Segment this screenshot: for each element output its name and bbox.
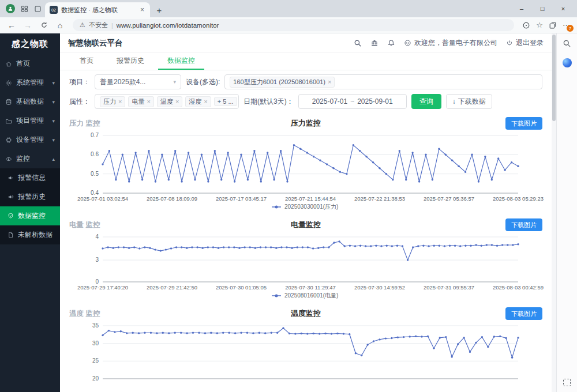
forward-button[interactable]: →: [21, 18, 35, 32]
svg-text:2025-07-21 15:44:54: 2025-07-21 15:44:54: [285, 195, 336, 202]
pressure-chart-canvas: 0.40.50.60.72025-07-01 03:02:542025-07-0…: [69, 131, 542, 214]
page-scrollbar[interactable]: [552, 33, 556, 392]
svg-text:35: 35: [92, 322, 99, 329]
welcome-user[interactable]: 欢迎您，普量电子有限公司: [404, 38, 497, 48]
scrollbar-thumb[interactable]: [552, 35, 556, 121]
chevron-down-icon: ▾: [52, 137, 55, 143]
date-label: 日期(默认3天)：: [243, 97, 294, 107]
download-data-button[interactable]: ↓ 下载数据: [446, 94, 492, 109]
query-button[interactable]: 查询: [411, 94, 441, 109]
svg-text:2025-07-08 18:09:09: 2025-07-08 18:09:09: [147, 195, 197, 202]
minimize-button[interactable]: –: [511, 0, 532, 17]
reader-icon[interactable]: [522, 21, 530, 29]
chevron-down-icon: ▾: [52, 80, 55, 86]
svg-text:2025-07-31 09:55:37: 2025-07-31 09:55:37: [424, 284, 474, 291]
gear-icon: [5, 80, 12, 86]
chart-title: 温度监控: [291, 308, 321, 319]
main-content: 智慧物联云平台 欢迎您，普量电子有限公司: [60, 33, 552, 392]
organization-icon[interactable]: [370, 39, 379, 47]
browser-tab[interactable]: 02 数据监控 · 感之物联 ×: [45, 2, 150, 17]
svg-text:202508016001(电量): 202508016001(电量): [284, 292, 338, 299]
download-image-button[interactable]: 下载图片: [505, 218, 542, 231]
remove-tag-icon[interactable]: ×: [118, 98, 122, 105]
tab-home[interactable]: 首页: [70, 53, 103, 70]
tab-alarm-history[interactable]: 报警历史: [107, 53, 153, 70]
sidebar-item-alarm-history[interactable]: 报警历史: [0, 187, 60, 206]
svg-text:25: 25: [92, 357, 99, 364]
address-bar[interactable]: ⚠ 不安全 | www.puliangiot.com/iotdatamonito…: [73, 19, 514, 31]
remove-tag-icon[interactable]: ×: [147, 98, 150, 105]
eye-icon: [5, 156, 12, 163]
section-label: 温度 监控: [69, 309, 100, 319]
toolbar-right-icons: ☆ ⋯ 7: [520, 21, 572, 29]
maximize-button[interactable]: □: [532, 0, 553, 17]
sidebar-item-data-monitor[interactable]: 数据监控: [0, 206, 60, 225]
search-icon[interactable]: [354, 39, 362, 47]
logout-button[interactable]: 退出登录: [506, 38, 544, 48]
svg-text:3: 3: [95, 257, 99, 263]
collections-icon[interactable]: [549, 21, 557, 29]
close-button[interactable]: ×: [553, 0, 574, 17]
project-select[interactable]: 普量2025款4... ▾: [95, 74, 181, 89]
app-sidebar: 感之物联 首页 系统管理 ▾ 基础数据 ▾ 项目管理 ▾: [0, 33, 60, 392]
svg-text:2025-07-30 01:05:05: 2025-07-30 01:05:05: [216, 284, 267, 291]
home-icon: [5, 61, 12, 67]
tab-actions-icon[interactable]: [34, 5, 42, 13]
security-warning-icon: ⚠: [80, 21, 85, 29]
settings-ellipsis-icon[interactable]: ⋯ 7: [563, 21, 570, 29]
refresh-button[interactable]: [37, 18, 51, 32]
date-separator: ~: [350, 97, 354, 105]
workspaces-grid-icon[interactable]: [21, 5, 28, 13]
chart-title: 电量监控: [291, 220, 321, 230]
attribute-multiselect[interactable]: 压力× 电量× 温度× 湿度× + 5 ...: [95, 94, 239, 109]
chart-title: 压力监控: [291, 118, 321, 129]
attr-tag: 压力×: [100, 96, 125, 107]
tab-data-monitor[interactable]: 数据监控: [158, 53, 204, 70]
document-icon: [8, 232, 14, 238]
app-logo: 感之物联: [0, 33, 60, 54]
folder-icon: [5, 118, 12, 125]
screenshot-tool-icon[interactable]: [563, 379, 571, 386]
download-image-button[interactable]: 下载图片: [505, 307, 542, 320]
sidebar-item-project[interactable]: 项目管理 ▾: [0, 111, 60, 130]
sidebar-item-system[interactable]: 系统管理 ▾: [0, 73, 60, 92]
svg-text:2025-08-03 00:42:59: 2025-08-03 00:42:59: [493, 284, 544, 291]
speaker-icon: [8, 175, 14, 181]
download-image-button[interactable]: 下载图片: [505, 117, 542, 130]
sidebar-search-icon[interactable]: [563, 39, 571, 48]
caret-down-icon: ▾: [173, 79, 176, 85]
sidebar-item-basedata[interactable]: 基础数据 ▾: [0, 92, 60, 111]
home-button[interactable]: ⌂: [53, 18, 67, 32]
tab-close-icon[interactable]: ×: [139, 6, 145, 14]
attr-tag: 温度×: [157, 96, 182, 107]
sidebar-item-device[interactable]: 设备管理 ▾: [0, 130, 60, 149]
svg-text:2025-07-29 21:42:50: 2025-07-29 21:42:50: [147, 284, 197, 291]
device-tag: 160型压力6001 (202508016001) ×: [230, 77, 335, 88]
new-tab-button[interactable]: +: [152, 3, 166, 17]
sidebar-item-unparsed[interactable]: 未解析数据: [0, 225, 60, 244]
sidebar-item-home[interactable]: 首页: [0, 54, 60, 73]
back-button[interactable]: ←: [5, 18, 18, 32]
favorites-star-icon[interactable]: ☆: [536, 21, 543, 29]
extensions-badge: 7: [567, 25, 574, 32]
chevron-up-icon: ▴: [52, 156, 55, 162]
sidebar-item-monitor[interactable]: 监控 ▴: [0, 149, 60, 168]
electricity-section: 电量 监控 电量监控 下载图片 0342025-07-29 17:40:2020…: [60, 216, 552, 305]
copilot-icon[interactable]: [563, 58, 572, 67]
remove-tag-icon[interactable]: ×: [175, 98, 179, 105]
window-controls: – □ ×: [511, 0, 574, 17]
security-label: 不安全: [89, 21, 108, 29]
power-icon: [506, 40, 513, 47]
svg-text:2025-07-17 03:45:17: 2025-07-17 03:45:17: [216, 195, 267, 202]
sidebar-item-alarm-info[interactable]: 报警信息: [0, 168, 60, 187]
chevron-down-icon: ▾: [52, 99, 55, 105]
remove-tag-icon[interactable]: ×: [328, 78, 331, 85]
date-range-picker[interactable]: 2025-07-01 ~ 2025-09-01: [298, 94, 407, 109]
device-multiselect[interactable]: 160型压力6001 (202508016001) ×: [224, 74, 542, 89]
remove-tag-icon[interactable]: ×: [204, 98, 207, 105]
shield-check-icon: [8, 213, 14, 219]
chevron-down-icon: ▾: [52, 118, 55, 124]
attr-more-tag[interactable]: + 5 ...: [214, 97, 237, 106]
profile-avatar-icon[interactable]: [6, 4, 15, 13]
bell-icon[interactable]: [387, 39, 395, 47]
